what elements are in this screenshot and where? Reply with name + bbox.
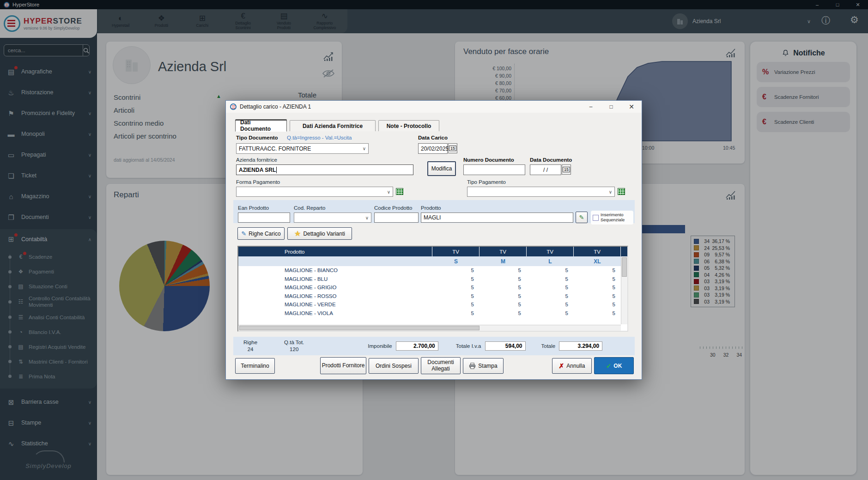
size-xl: XL [574, 256, 621, 266]
header-tv: TV [574, 247, 621, 256]
cell-qty-s: 5 [432, 292, 480, 301]
data-carico-input[interactable]: 20/02/2025 [418, 143, 448, 154]
cell-qty-xl: 5 [574, 266, 621, 275]
header-selector-col [238, 247, 283, 256]
qta-total: Q.tà Tot.120 [284, 339, 304, 353]
dialog-maximize-button[interactable]: □ [601, 101, 621, 113]
cell-product: MAGLIONE - ROSSO [283, 292, 432, 301]
totale-label: Totale [541, 343, 556, 349]
table-header: Prodotto TV TV TV TV [238, 247, 627, 256]
row-selector[interactable] [238, 300, 283, 309]
cell-qty-s: 5 [432, 266, 480, 275]
row-selector[interactable] [238, 275, 283, 284]
table-row[interactable]: MAGLIONE - ROSSO 5 5 5 5 [238, 292, 627, 301]
row-selector[interactable] [238, 292, 283, 301]
dialog-app-icon [230, 103, 237, 110]
tipo-documento-value: FATTURAACC. FORNITORE [239, 146, 311, 152]
row-selector[interactable] [238, 309, 283, 318]
righe-carico-button[interactable]: ✎Righe Carico [237, 227, 285, 240]
cell-qty-xl: 5 [574, 300, 621, 309]
tab-dati-documento[interactable]: Dati Documento [235, 119, 287, 132]
codice-prodotto-input[interactable] [374, 213, 419, 223]
tipo-pagamento-lookup-icon[interactable] [618, 188, 625, 195]
tipo-pagamento-select[interactable]: ∨ [467, 187, 615, 197]
table-row[interactable]: MAGLIONE - BLU 5 5 5 5 [238, 275, 627, 284]
cell-qty-l: 5 [527, 300, 574, 309]
table-body: MAGLIONE - BIANCO 5 5 5 5 MAGLIONE - BLU… [238, 266, 627, 317]
chevron-down-icon: ∨ [609, 189, 612, 194]
row-selector[interactable] [238, 283, 283, 292]
tipo-pagamento-label: Tipo Pagamento [467, 179, 506, 185]
horizontal-scrollbar[interactable] [238, 325, 621, 331]
cell-product: MAGLIONE - BIANCO [283, 266, 432, 275]
scrollbar-thumb[interactable] [239, 326, 480, 330]
calendar-icon[interactable]: 15 [448, 143, 457, 153]
dialog-titlebar[interactable]: Dettaglio carico - AZIENDA 1 – □ ✕ [226, 101, 642, 113]
scrollbar-thumb[interactable] [622, 257, 627, 277]
cell-product: MAGLIONE - VERDE [283, 300, 432, 309]
cell-product: MAGLIONE - GRIGIO [283, 283, 432, 292]
cell-qty-l: 5 [527, 266, 574, 275]
forma-pagamento-select[interactable]: ∨ [236, 187, 393, 197]
iva-label: Totale I.v.a [456, 343, 481, 349]
cell-qty-xl: 5 [574, 283, 621, 292]
forma-pagamento-lookup-icon[interactable] [396, 188, 403, 195]
terminalino-button[interactable]: Terminalino [235, 358, 275, 374]
cell-qty-xl: 5 [574, 309, 621, 318]
dettaglio-varianti-button[interactable]: ★Dettaglio Varianti [287, 227, 352, 240]
vertical-scrollbar[interactable] [621, 256, 627, 324]
ean-prodotto-label: Ean Prodotto [238, 205, 269, 211]
tab-dati-azienda-fornitrice[interactable]: Dati Azienda Fornitrice [290, 120, 376, 131]
dialog-minimize-button[interactable]: – [581, 101, 601, 113]
cell-qty-m: 5 [480, 275, 527, 284]
header-tv: TV [432, 247, 480, 256]
inserimento-sequenziale-field[interactable]: Inserimento Sequenziale [591, 211, 633, 225]
data-documento-input[interactable]: / / [530, 164, 561, 175]
prodotto-input[interactable]: MAGLI [421, 213, 573, 223]
size-s: S [432, 256, 480, 266]
dialog-close-button[interactable]: ✕ [621, 101, 642, 113]
tipo-documento-select[interactable]: FATTURAACC. FORNITORE∨ [236, 143, 369, 154]
ordini-sospesi-button[interactable]: Ordini Sospesi [369, 358, 419, 374]
tab-note-protocollo[interactable]: Note - Protocollo [378, 120, 439, 131]
chevron-down-icon: ∨ [363, 146, 366, 151]
calendar-icon[interactable]: 15 [562, 164, 571, 175]
data-carico-label: Data Carico [418, 135, 448, 140]
table-row[interactable]: MAGLIONE - GRIGIO 5 5 5 5 [238, 283, 627, 292]
table-row[interactable]: MAGLIONE - VERDE 5 5 5 5 [238, 300, 627, 309]
cell-qty-s: 5 [432, 300, 480, 309]
numero-documento-input[interactable] [463, 164, 525, 175]
inserimento-sequenziale-checkbox[interactable] [593, 215, 599, 221]
cod-reparto-select[interactable]: ∨ [294, 213, 371, 223]
prodotti-fornitore-button[interactable]: Prodotti Fornitore [320, 357, 366, 374]
cell-qty-l: 5 [527, 292, 574, 301]
stampa-button[interactable]: Stampa [463, 358, 504, 374]
header-prodotto: Prodotto [283, 247, 432, 256]
printer-icon [469, 363, 476, 369]
documenti-allegati-button[interactable]: Documenti Allegati [421, 357, 461, 374]
row-selector[interactable] [238, 266, 283, 275]
cell-qty-s: 5 [432, 275, 480, 284]
iva-value: 594,00 [485, 341, 526, 351]
azienda-fornitrice-label: Azienda fornitrice [236, 157, 277, 163]
variants-table: Prodotto TV TV TV TV S M L XL MAGLIONE -… [237, 246, 628, 332]
cell-product: MAGLIONE - BLU [283, 275, 432, 284]
table-row[interactable]: MAGLIONE - VIOLA 5 5 5 5 [238, 309, 627, 318]
barcode-scan-button[interactable]: ✎ [576, 212, 588, 223]
header-tv: TV [480, 247, 527, 256]
text-caret [276, 167, 277, 173]
ok-button[interactable]: ✓OK [594, 357, 634, 374]
data-documento-label: Data Documento [530, 157, 572, 163]
cell-qty-m: 5 [480, 283, 527, 292]
modifica-button[interactable]: Modifica [427, 161, 456, 176]
annulla-button[interactable]: ✗Annulla [552, 358, 592, 374]
imponibile-value: 2.700,00 [396, 341, 438, 351]
scan-pen-icon: ✎ [579, 214, 584, 221]
cell-qty-l: 5 [527, 309, 574, 318]
dettaglio-carico-dialog: Dettaglio carico - AZIENDA 1 – □ ✕ Dati … [225, 100, 642, 380]
table-row[interactable]: MAGLIONE - BIANCO 5 5 5 5 [238, 266, 627, 275]
righe-total: Righe24 [243, 339, 257, 353]
ean-prodotto-input[interactable] [238, 213, 290, 223]
azienda-fornitrice-input[interactable]: AZIENDA SRL [236, 164, 413, 175]
forma-pagamento-label: Forma Pagamento [236, 179, 280, 185]
